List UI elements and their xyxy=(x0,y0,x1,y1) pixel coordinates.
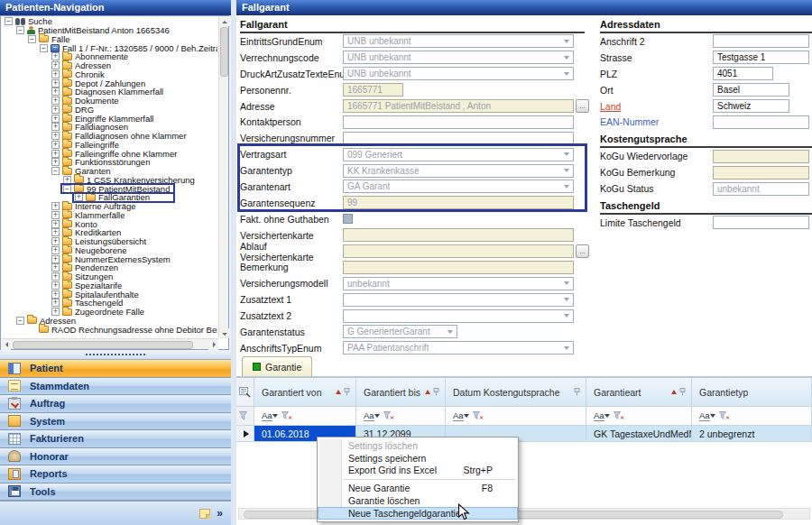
scroll-left-arrow[interactable] xyxy=(1,339,11,350)
field-verrechnungscode[interactable]: UNB unbekannt xyxy=(343,51,574,64)
tree-expander[interactable]: + xyxy=(51,141,60,149)
grid-customize-cell[interactable] xyxy=(236,378,254,407)
field-druckartzusatztexteenum[interactable]: UNB unbekannt xyxy=(343,67,574,80)
field-versicherungsnummer[interactable] xyxy=(343,132,574,145)
sidebar-item-tools[interactable]: Tools xyxy=(0,484,231,502)
tree-expander[interactable]: − xyxy=(16,317,24,325)
field-bemerkung[interactable] xyxy=(343,261,574,274)
sidebar-item-system[interactable]: System xyxy=(0,413,231,431)
field-garantenart[interactable]: GA Garant xyxy=(343,180,574,193)
tree-expander[interactable]: + xyxy=(51,272,60,281)
filter-clear-icon[interactable] xyxy=(719,411,730,420)
grid-column-header-datum-kostengutsprache[interactable]: Datum Kostengutsprache xyxy=(446,378,586,407)
field-personennr[interactable]: 1665771 xyxy=(343,83,403,97)
tree-expander[interactable]: + xyxy=(51,308,60,316)
sidebar-item-auftrag[interactable]: Auftrag xyxy=(0,395,231,413)
grid-column-header-garantieart[interactable]: Garantieart xyxy=(586,378,692,407)
field-adresse[interactable]: 1665771 PatientMitBeistand , Anton xyxy=(343,99,574,113)
tree-expander[interactable]: + xyxy=(51,299,60,307)
tree-expander[interactable]: + xyxy=(51,290,60,299)
field-zusatztext-2[interactable] xyxy=(343,309,574,323)
grid-filter-garantiert-bis[interactable]: Aa xyxy=(356,407,446,426)
grid-filter-datum-kostengutsprache[interactable]: Aa xyxy=(446,407,586,426)
field-kogu-wiedervorlage[interactable] xyxy=(713,150,809,163)
tree-expander[interactable]: − xyxy=(16,26,24,34)
vertical-scroll-thumb[interactable] xyxy=(220,27,228,77)
grid-filter-garantietyp[interactable]: Aa xyxy=(692,407,812,426)
field-versichertenkarte[interactable] xyxy=(343,228,574,242)
menu-item-export-grid-ins-excel[interactable]: Export Grid ins ExcelStrg+P xyxy=(318,465,518,477)
checkbox-fakt-ohne-guthaben[interactable] xyxy=(343,214,353,224)
tree-horizontal-scrollbar[interactable] xyxy=(1,338,218,349)
grid-filter-indicator[interactable] xyxy=(236,407,254,426)
tree-item-dokumente[interactable]: +Dokumente xyxy=(2,97,217,106)
menu-item-neue-garantie[interactable]: Neue GarantieF8 xyxy=(318,482,518,494)
field-vertragsart[interactable]: 099 Generiert xyxy=(343,148,574,161)
sidebar-item-honorar[interactable]: Honorar xyxy=(0,448,231,466)
tree-expander[interactable]: − xyxy=(51,167,60,175)
tree-expander[interactable]: + xyxy=(51,211,60,219)
tree-expander[interactable]: + xyxy=(51,150,60,158)
tree-expander[interactable]: + xyxy=(51,202,60,210)
tree-expander[interactable]: − xyxy=(63,185,71,193)
tree-expander[interactable]: + xyxy=(51,61,60,69)
tree-expander[interactable]: + xyxy=(51,97,60,105)
tree-expander[interactable]: + xyxy=(51,237,60,245)
field-kontaktperson[interactable] xyxy=(343,115,574,129)
scroll-right-arrow[interactable] xyxy=(208,339,218,350)
tree-expander[interactable]: + xyxy=(51,123,60,131)
field-garantensequenz[interactable]: 99 xyxy=(343,196,574,209)
sidebar-item-stammdaten[interactable]: Stammdaten xyxy=(0,378,231,396)
tree-expander[interactable]: + xyxy=(51,255,60,263)
filter-clear-icon[interactable] xyxy=(473,411,484,420)
field-strasse[interactable]: Testgasse 1 xyxy=(713,51,809,64)
field-ean-nummer[interactable] xyxy=(713,115,809,129)
tree-expander[interactable]: + xyxy=(51,158,60,166)
grid-cell[interactable]: 2 unbegrenzt xyxy=(692,426,812,442)
grid-filter-garantieart[interactable]: Aa xyxy=(586,407,692,426)
field-ort[interactable]: Basel xyxy=(713,83,789,97)
field-anschriftstypenum[interactable]: PAA Patientanschrift xyxy=(343,341,574,355)
tree-expander[interactable]: + xyxy=(51,281,60,290)
note-icon[interactable] xyxy=(199,509,210,519)
menu-item-neue-taschengeldgarantie[interactable]: Neue Taschengeldgarantie xyxy=(318,507,518,520)
tree-expander[interactable]: + xyxy=(51,246,60,254)
ellipsis-button[interactable]: ... xyxy=(576,244,589,258)
sidebar-item-fakturieren[interactable]: Fakturieren xyxy=(0,430,231,448)
filter-clear-icon[interactable] xyxy=(281,411,292,420)
filter-dropdown-icon[interactable] xyxy=(464,414,469,418)
menu-item-garantie-löschen[interactable]: Garantie löschen xyxy=(318,494,518,507)
filter-dropdown-icon[interactable] xyxy=(710,414,715,418)
field-kogu-status[interactable]: unbekannt xyxy=(713,182,809,196)
field-kogu-bemerkung[interactable] xyxy=(713,166,809,180)
field-plz[interactable]: 4051 xyxy=(713,67,773,80)
tree-expander[interactable]: + xyxy=(75,193,83,201)
field-zusatztext-1[interactable] xyxy=(343,293,574,307)
menu-item-settings-speichern[interactable]: Settings speichern xyxy=(318,452,518,465)
filter-dropdown-icon[interactable] xyxy=(374,414,380,418)
grid-filter-garantiert-von[interactable]: Aa xyxy=(254,407,356,426)
tree-expander[interactable]: − xyxy=(40,44,48,52)
field-eintrittsgrundenum[interactable]: UNB unbekannt xyxy=(343,34,574,48)
tree-vertical-scrollbar[interactable] xyxy=(218,16,228,338)
tree-expander[interactable]: + xyxy=(51,220,60,228)
tree-expander[interactable]: + xyxy=(63,176,71,184)
tree-expander[interactable]: + xyxy=(51,79,60,88)
sidebar-item-reports[interactable]: Reports xyxy=(0,465,231,484)
field-anschrift-2[interactable] xyxy=(713,34,809,48)
horizontal-scroll-thumb[interactable] xyxy=(13,341,193,349)
grid-column-header-garantiert-von[interactable]: Garantiert von xyxy=(254,378,356,407)
grid-column-header-garantiert-bis[interactable]: Garantiert bis xyxy=(356,378,446,407)
field-versicherungsmodell[interactable]: unbekannt xyxy=(343,277,574,290)
tree-item-adressen[interactable]: +Adressen xyxy=(2,61,217,70)
tree-expander[interactable]: + xyxy=(51,52,60,60)
tree-expander[interactable]: + xyxy=(51,106,60,114)
filter-clear-icon[interactable] xyxy=(614,411,624,420)
tree-item-raod-rechnungsadresse-ohne-debitor-beistand-1[interactable]: RAOD Rechnungsadresse ohne Debitor Beist… xyxy=(2,325,217,334)
tree-expander[interactable]: + xyxy=(51,70,60,78)
scroll-up-arrow[interactable] xyxy=(219,16,229,26)
field-ablauf-versichertenkarte[interactable] xyxy=(343,244,574,258)
field-garantentyp[interactable]: KK Krankenkasse xyxy=(343,164,574,178)
tree-expander[interactable]: + xyxy=(51,115,60,123)
field-land[interactable]: Schweiz xyxy=(713,99,789,113)
